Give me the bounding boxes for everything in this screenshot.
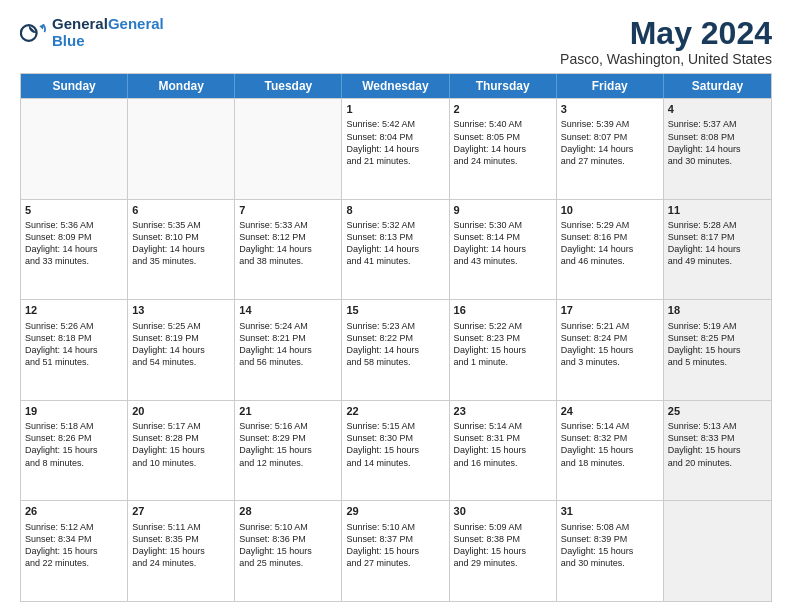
- logo-blue: Blue: [52, 33, 164, 50]
- calendar-day-23: 23Sunrise: 5:14 AM Sunset: 8:31 PM Dayli…: [450, 401, 557, 501]
- day-info: Sunrise: 5:36 AM Sunset: 8:09 PM Dayligh…: [25, 219, 123, 268]
- calendar-day-7: 7Sunrise: 5:33 AM Sunset: 8:12 PM Daylig…: [235, 200, 342, 300]
- calendar-day-6: 6Sunrise: 5:35 AM Sunset: 8:10 PM Daylig…: [128, 200, 235, 300]
- day-info: Sunrise: 5:37 AM Sunset: 8:08 PM Dayligh…: [668, 118, 767, 167]
- logo: GeneralGeneral Blue: [20, 16, 164, 49]
- calendar-day-4: 4Sunrise: 5:37 AM Sunset: 8:08 PM Daylig…: [664, 99, 771, 199]
- day-number: 29: [346, 504, 444, 518]
- calendar-day-5: 5Sunrise: 5:36 AM Sunset: 8:09 PM Daylig…: [21, 200, 128, 300]
- calendar-day-1: 1Sunrise: 5:42 AM Sunset: 8:04 PM Daylig…: [342, 99, 449, 199]
- day-number: 9: [454, 203, 552, 217]
- day-info: Sunrise: 5:23 AM Sunset: 8:22 PM Dayligh…: [346, 320, 444, 369]
- calendar-day-13: 13Sunrise: 5:25 AM Sunset: 8:19 PM Dayli…: [128, 300, 235, 400]
- day-number: 10: [561, 203, 659, 217]
- logo-line2: General: [108, 15, 164, 32]
- day-info: Sunrise: 5:10 AM Sunset: 8:36 PM Dayligh…: [239, 521, 337, 570]
- day-number: 13: [132, 303, 230, 317]
- weekday-header-sunday: Sunday: [21, 74, 128, 98]
- day-number: 23: [454, 404, 552, 418]
- day-info: Sunrise: 5:16 AM Sunset: 8:29 PM Dayligh…: [239, 420, 337, 469]
- page-subtitle: Pasco, Washington, United States: [560, 51, 772, 67]
- calendar-day-11: 11Sunrise: 5:28 AM Sunset: 8:17 PM Dayli…: [664, 200, 771, 300]
- day-number: 24: [561, 404, 659, 418]
- day-number: 15: [346, 303, 444, 317]
- calendar-row-4: 26Sunrise: 5:12 AM Sunset: 8:34 PM Dayli…: [21, 500, 771, 601]
- calendar-day-26: 26Sunrise: 5:12 AM Sunset: 8:34 PM Dayli…: [21, 501, 128, 601]
- calendar-day-28: 28Sunrise: 5:10 AM Sunset: 8:36 PM Dayli…: [235, 501, 342, 601]
- weekday-header-friday: Friday: [557, 74, 664, 98]
- day-info: Sunrise: 5:30 AM Sunset: 8:14 PM Dayligh…: [454, 219, 552, 268]
- day-number: 6: [132, 203, 230, 217]
- calendar: SundayMondayTuesdayWednesdayThursdayFrid…: [20, 73, 772, 602]
- day-info: Sunrise: 5:35 AM Sunset: 8:10 PM Dayligh…: [132, 219, 230, 268]
- calendar-day-10: 10Sunrise: 5:29 AM Sunset: 8:16 PM Dayli…: [557, 200, 664, 300]
- day-info: Sunrise: 5:19 AM Sunset: 8:25 PM Dayligh…: [668, 320, 767, 369]
- day-info: Sunrise: 5:26 AM Sunset: 8:18 PM Dayligh…: [25, 320, 123, 369]
- day-info: Sunrise: 5:28 AM Sunset: 8:17 PM Dayligh…: [668, 219, 767, 268]
- day-number: 5: [25, 203, 123, 217]
- day-number: 3: [561, 102, 659, 116]
- day-info: Sunrise: 5:40 AM Sunset: 8:05 PM Dayligh…: [454, 118, 552, 167]
- day-info: Sunrise: 5:24 AM Sunset: 8:21 PM Dayligh…: [239, 320, 337, 369]
- calendar-row-2: 12Sunrise: 5:26 AM Sunset: 8:18 PM Dayli…: [21, 299, 771, 400]
- day-info: Sunrise: 5:14 AM Sunset: 8:32 PM Dayligh…: [561, 420, 659, 469]
- calendar-row-3: 19Sunrise: 5:18 AM Sunset: 8:26 PM Dayli…: [21, 400, 771, 501]
- day-info: Sunrise: 5:14 AM Sunset: 8:31 PM Dayligh…: [454, 420, 552, 469]
- weekday-header-thursday: Thursday: [450, 74, 557, 98]
- calendar-day-31: 31Sunrise: 5:08 AM Sunset: 8:39 PM Dayli…: [557, 501, 664, 601]
- calendar-day-8: 8Sunrise: 5:32 AM Sunset: 8:13 PM Daylig…: [342, 200, 449, 300]
- calendar-row-0: 1Sunrise: 5:42 AM Sunset: 8:04 PM Daylig…: [21, 98, 771, 199]
- day-number: 14: [239, 303, 337, 317]
- day-info: Sunrise: 5:09 AM Sunset: 8:38 PM Dayligh…: [454, 521, 552, 570]
- calendar-day-9: 9Sunrise: 5:30 AM Sunset: 8:14 PM Daylig…: [450, 200, 557, 300]
- day-number: 30: [454, 504, 552, 518]
- day-number: 22: [346, 404, 444, 418]
- weekday-header-wednesday: Wednesday: [342, 74, 449, 98]
- day-info: Sunrise: 5:42 AM Sunset: 8:04 PM Dayligh…: [346, 118, 444, 167]
- calendar-day-12: 12Sunrise: 5:26 AM Sunset: 8:18 PM Dayli…: [21, 300, 128, 400]
- day-info: Sunrise: 5:39 AM Sunset: 8:07 PM Dayligh…: [561, 118, 659, 167]
- day-number: 17: [561, 303, 659, 317]
- day-number: 7: [239, 203, 337, 217]
- calendar-day-24: 24Sunrise: 5:14 AM Sunset: 8:32 PM Dayli…: [557, 401, 664, 501]
- calendar-row-1: 5Sunrise: 5:36 AM Sunset: 8:09 PM Daylig…: [21, 199, 771, 300]
- calendar-day-25: 25Sunrise: 5:13 AM Sunset: 8:33 PM Dayli…: [664, 401, 771, 501]
- calendar-day-18: 18Sunrise: 5:19 AM Sunset: 8:25 PM Dayli…: [664, 300, 771, 400]
- logo-line1: GeneralGeneral: [52, 16, 164, 33]
- day-info: Sunrise: 5:08 AM Sunset: 8:39 PM Dayligh…: [561, 521, 659, 570]
- calendar-body: 1Sunrise: 5:42 AM Sunset: 8:04 PM Daylig…: [21, 98, 771, 601]
- day-number: 2: [454, 102, 552, 116]
- day-number: 27: [132, 504, 230, 518]
- day-number: 20: [132, 404, 230, 418]
- day-info: Sunrise: 5:10 AM Sunset: 8:37 PM Dayligh…: [346, 521, 444, 570]
- calendar-day-30: 30Sunrise: 5:09 AM Sunset: 8:38 PM Dayli…: [450, 501, 557, 601]
- day-info: Sunrise: 5:21 AM Sunset: 8:24 PM Dayligh…: [561, 320, 659, 369]
- day-number: 18: [668, 303, 767, 317]
- calendar-day-22: 22Sunrise: 5:15 AM Sunset: 8:30 PM Dayli…: [342, 401, 449, 501]
- calendar-day-19: 19Sunrise: 5:18 AM Sunset: 8:26 PM Dayli…: [21, 401, 128, 501]
- calendar-day-14: 14Sunrise: 5:24 AM Sunset: 8:21 PM Dayli…: [235, 300, 342, 400]
- day-info: Sunrise: 5:33 AM Sunset: 8:12 PM Dayligh…: [239, 219, 337, 268]
- day-info: Sunrise: 5:22 AM Sunset: 8:23 PM Dayligh…: [454, 320, 552, 369]
- svg-point-0: [21, 25, 37, 41]
- day-info: Sunrise: 5:15 AM Sunset: 8:30 PM Dayligh…: [346, 420, 444, 469]
- day-info: Sunrise: 5:18 AM Sunset: 8:26 PM Dayligh…: [25, 420, 123, 469]
- day-info: Sunrise: 5:13 AM Sunset: 8:33 PM Dayligh…: [668, 420, 767, 469]
- calendar-day-27: 27Sunrise: 5:11 AM Sunset: 8:35 PM Dayli…: [128, 501, 235, 601]
- day-number: 26: [25, 504, 123, 518]
- calendar-day-3: 3Sunrise: 5:39 AM Sunset: 8:07 PM Daylig…: [557, 99, 664, 199]
- day-info: Sunrise: 5:29 AM Sunset: 8:16 PM Dayligh…: [561, 219, 659, 268]
- day-info: Sunrise: 5:11 AM Sunset: 8:35 PM Dayligh…: [132, 521, 230, 570]
- day-number: 4: [668, 102, 767, 116]
- calendar-day-15: 15Sunrise: 5:23 AM Sunset: 8:22 PM Dayli…: [342, 300, 449, 400]
- weekday-header-monday: Monday: [128, 74, 235, 98]
- day-number: 19: [25, 404, 123, 418]
- calendar-empty-cell: [235, 99, 342, 199]
- calendar-day-17: 17Sunrise: 5:21 AM Sunset: 8:24 PM Dayli…: [557, 300, 664, 400]
- calendar-day-29: 29Sunrise: 5:10 AM Sunset: 8:37 PM Dayli…: [342, 501, 449, 601]
- day-number: 21: [239, 404, 337, 418]
- weekday-header-tuesday: Tuesday: [235, 74, 342, 98]
- day-number: 11: [668, 203, 767, 217]
- calendar-empty-cell: [21, 99, 128, 199]
- day-number: 31: [561, 504, 659, 518]
